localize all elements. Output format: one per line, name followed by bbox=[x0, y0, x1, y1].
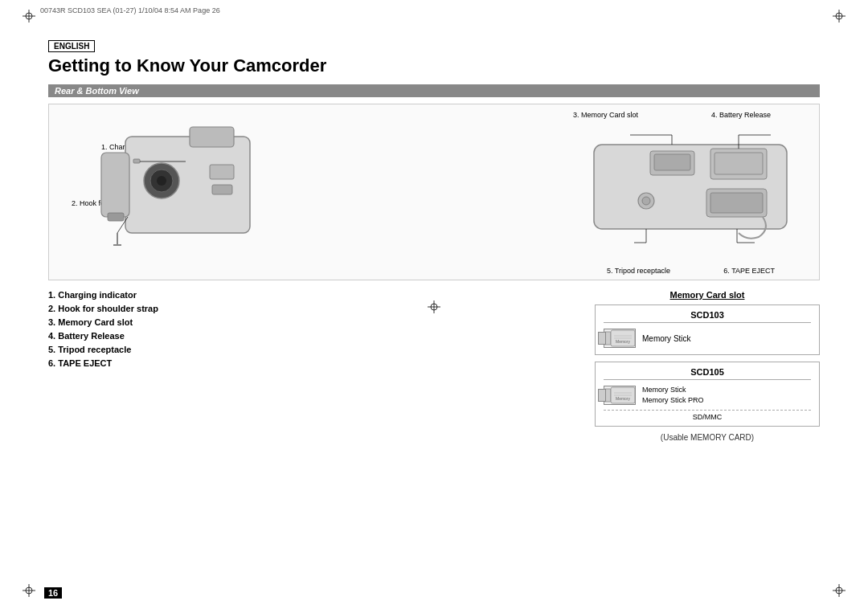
file-info: 00743R SCD103 SEA (01-27) 1/10/04 8:54 A… bbox=[40, 6, 220, 14]
list-item-4: 4. Battery Release bbox=[48, 331, 579, 341]
svg-point-20 bbox=[157, 176, 166, 186]
memory-stick-icon-103: Memory bbox=[604, 329, 636, 348]
reg-mark-tr bbox=[833, 10, 845, 22]
camera-bottom-svg bbox=[586, 121, 795, 257]
page-title: Getting to Know Your Camcorder bbox=[48, 55, 820, 76]
memory-stick-icon-105: Memory bbox=[604, 386, 636, 405]
scd103-content: Memory Memory Stick bbox=[604, 327, 811, 349]
reg-mark-br bbox=[833, 584, 845, 597]
main-content: ENGLISH Getting to Know Your Camcorder R… bbox=[48, 40, 820, 573]
scd103-model: SCD103 bbox=[604, 310, 811, 323]
list-item-6: 6. TAPE EJECT bbox=[48, 358, 579, 368]
label-tape-eject: 6. TAPE EJECT bbox=[723, 267, 775, 275]
list-item-2: 2. Hook for shoulder strap bbox=[48, 304, 579, 313]
scd105-content: Memory Memory Stick Memory Stick PRO bbox=[604, 384, 811, 407]
numbered-list: 1. Charging indicator 2. Hook for should… bbox=[48, 290, 579, 368]
list-item-3: 3. Memory Card slot bbox=[48, 317, 579, 327]
language-badge: ENGLISH bbox=[48, 40, 95, 52]
camera-rear-svg bbox=[93, 121, 286, 261]
lower-content: 1. Charging indicator 2. Hook for should… bbox=[48, 290, 820, 442]
svg-rect-22 bbox=[108, 213, 124, 221]
camera-diagram: 1. Charging indicator 2. Hook for should… bbox=[48, 104, 820, 280]
scd103-box: SCD103 Memory Memory Stick bbox=[595, 304, 820, 355]
svg-rect-37 bbox=[710, 193, 763, 213]
svg-rect-17 bbox=[101, 153, 129, 217]
label-memory-top: 3. Memory Card slot bbox=[573, 111, 638, 119]
svg-rect-51 bbox=[604, 389, 611, 402]
list-item-1: 1. Charging indicator bbox=[48, 290, 579, 300]
svg-text:Memory: Memory bbox=[616, 396, 631, 401]
svg-rect-21 bbox=[133, 159, 140, 163]
numbered-items-column: 1. Charging indicator 2. Hook for should… bbox=[48, 290, 579, 442]
memory-card-section: Memory Card slot SCD103 Memory bbox=[595, 290, 820, 442]
memory-card-title: Memory Card slot bbox=[595, 290, 820, 300]
page-container: 00743R SCD103 SEA (01-27) 1/10/04 8:54 A… bbox=[0, 0, 868, 613]
svg-rect-23 bbox=[210, 165, 234, 179]
sdmmc-label: SD/MMC bbox=[604, 410, 811, 421]
reg-mark-bl bbox=[23, 584, 35, 597]
scd103-card-label: Memory Stick bbox=[642, 334, 691, 343]
svg-rect-33 bbox=[714, 153, 763, 174]
reg-mark-tl bbox=[23, 10, 35, 22]
svg-point-35 bbox=[642, 197, 650, 205]
svg-rect-24 bbox=[212, 185, 232, 194]
section-header: Rear & Bottom View bbox=[48, 84, 820, 97]
svg-rect-31 bbox=[654, 154, 690, 170]
page-number: 16 bbox=[44, 587, 62, 599]
svg-rect-16 bbox=[190, 127, 234, 147]
usable-note: Usable MEMORY CARD bbox=[595, 433, 820, 442]
scd105-box: SCD105 Memory Memory S bbox=[595, 362, 820, 427]
svg-text:Memory: Memory bbox=[616, 339, 631, 344]
label-tripod: 5. Tripod receptacle bbox=[607, 267, 670, 275]
svg-rect-46 bbox=[604, 332, 611, 345]
scd105-card-labels: Memory Stick Memory Stick PRO bbox=[642, 385, 704, 405]
scd105-model: SCD105 bbox=[604, 367, 811, 380]
label-battery-top: 4. Battery Release bbox=[711, 111, 771, 119]
list-item-5: 5. Tripod receptacle bbox=[48, 345, 579, 354]
